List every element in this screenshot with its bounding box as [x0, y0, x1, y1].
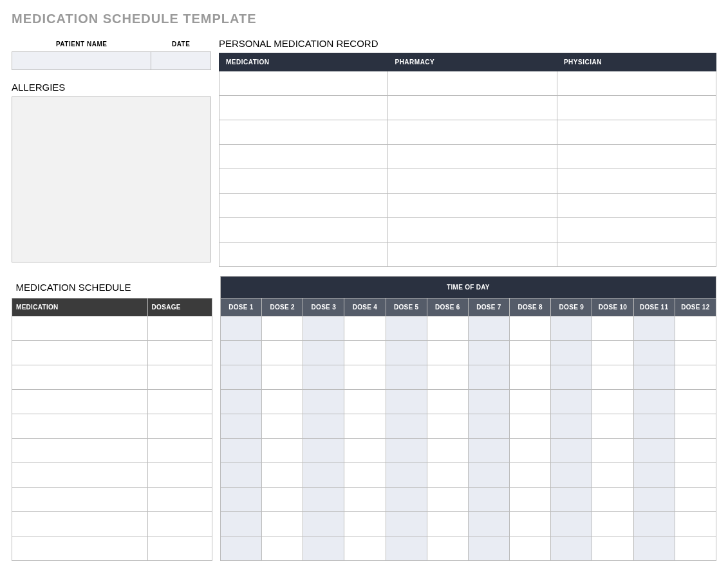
schedule-cell-dose[interactable] [675, 389, 716, 414]
schedule-cell-dose[interactable] [675, 438, 716, 463]
record-cell-medication[interactable] [219, 169, 388, 194]
schedule-cell-dose[interactable] [220, 536, 261, 560]
schedule-cell-dose[interactable] [592, 487, 633, 511]
schedule-cell-dose[interactable] [510, 438, 551, 463]
record-cell-pharmacy[interactable] [388, 218, 557, 243]
schedule-cell-dose[interactable] [510, 389, 551, 414]
schedule-cell-dose[interactable] [303, 389, 344, 414]
schedule-cell-dose[interactable] [262, 463, 303, 487]
schedule-cell-dose[interactable] [592, 365, 633, 389]
schedule-cell-dose[interactable] [262, 438, 303, 463]
record-cell-pharmacy[interactable] [388, 96, 557, 120]
schedule-cell-dose[interactable] [510, 536, 551, 560]
schedule-cell-medication[interactable] [12, 511, 148, 536]
schedule-cell-dose[interactable] [675, 340, 716, 365]
schedule-cell-dosage[interactable] [147, 536, 212, 560]
schedule-cell-dose[interactable] [592, 438, 633, 463]
schedule-cell-dose[interactable] [386, 389, 427, 414]
schedule-cell-dose[interactable] [551, 487, 592, 511]
schedule-cell-dose[interactable] [220, 487, 261, 511]
schedule-cell-dose[interactable] [303, 316, 344, 340]
schedule-cell-dose[interactable] [633, 340, 675, 365]
schedule-cell-dose[interactable] [468, 536, 509, 560]
schedule-cell-dose[interactable] [633, 414, 675, 438]
schedule-cell-dose[interactable] [386, 511, 427, 536]
record-cell-medication[interactable] [219, 120, 388, 145]
schedule-cell-dose[interactable] [633, 487, 675, 511]
schedule-cell-dose[interactable] [262, 340, 303, 365]
schedule-cell-dose[interactable] [551, 438, 592, 463]
schedule-cell-dose[interactable] [551, 316, 592, 340]
record-cell-medication[interactable] [219, 145, 388, 169]
record-cell-medication[interactable] [219, 96, 388, 120]
schedule-cell-dose[interactable] [262, 511, 303, 536]
record-cell-medication[interactable] [219, 194, 388, 218]
schedule-cell-dose[interactable] [468, 487, 509, 511]
schedule-cell-dosage[interactable] [147, 414, 212, 438]
schedule-cell-dose[interactable] [551, 365, 592, 389]
schedule-cell-dose[interactable] [675, 365, 716, 389]
schedule-cell-dose[interactable] [633, 536, 675, 560]
record-cell-pharmacy[interactable] [388, 243, 557, 267]
schedule-cell-dose[interactable] [675, 487, 716, 511]
schedule-cell-dose[interactable] [427, 463, 468, 487]
schedule-cell-dose[interactable] [344, 316, 386, 340]
schedule-cell-medication[interactable] [12, 463, 148, 487]
schedule-cell-dosage[interactable] [147, 316, 212, 340]
schedule-cell-dose[interactable] [633, 463, 675, 487]
schedule-cell-dose[interactable] [510, 511, 551, 536]
allergies-input[interactable] [12, 96, 211, 262]
schedule-cell-dose[interactable] [633, 316, 675, 340]
patient-name-input[interactable] [12, 52, 151, 70]
schedule-cell-dose[interactable] [386, 463, 427, 487]
schedule-cell-dosage[interactable] [147, 438, 212, 463]
record-cell-pharmacy[interactable] [388, 145, 557, 169]
schedule-cell-dose[interactable] [303, 340, 344, 365]
schedule-cell-dose[interactable] [303, 414, 344, 438]
schedule-cell-dose[interactable] [468, 365, 509, 389]
schedule-cell-dose[interactable] [344, 365, 386, 389]
schedule-cell-dose[interactable] [551, 511, 592, 536]
schedule-cell-dose[interactable] [468, 389, 509, 414]
schedule-cell-dose[interactable] [344, 340, 386, 365]
schedule-cell-dose[interactable] [262, 316, 303, 340]
schedule-cell-dose[interactable] [551, 389, 592, 414]
schedule-cell-dose[interactable] [510, 463, 551, 487]
schedule-cell-medication[interactable] [12, 438, 148, 463]
schedule-cell-dose[interactable] [303, 438, 344, 463]
schedule-cell-dose[interactable] [592, 340, 633, 365]
schedule-cell-dose[interactable] [633, 511, 675, 536]
schedule-cell-dose[interactable] [262, 414, 303, 438]
record-cell-pharmacy[interactable] [388, 169, 557, 194]
record-cell-physician[interactable] [557, 96, 716, 120]
schedule-cell-dose[interactable] [510, 487, 551, 511]
schedule-cell-dose[interactable] [427, 536, 468, 560]
schedule-cell-dose[interactable] [220, 365, 261, 389]
schedule-cell-dosage[interactable] [147, 365, 212, 389]
schedule-cell-dose[interactable] [468, 438, 509, 463]
schedule-cell-dose[interactable] [675, 511, 716, 536]
schedule-cell-dose[interactable] [468, 463, 509, 487]
schedule-cell-dose[interactable] [262, 389, 303, 414]
record-cell-medication[interactable] [219, 71, 388, 96]
schedule-cell-dose[interactable] [468, 414, 509, 438]
schedule-cell-dose[interactable] [344, 536, 386, 560]
schedule-cell-dose[interactable] [551, 414, 592, 438]
schedule-cell-dose[interactable] [427, 511, 468, 536]
schedule-cell-dose[interactable] [551, 463, 592, 487]
schedule-cell-dose[interactable] [303, 511, 344, 536]
schedule-cell-dose[interactable] [303, 487, 344, 511]
schedule-cell-dose[interactable] [427, 389, 468, 414]
schedule-cell-dose[interactable] [675, 536, 716, 560]
schedule-cell-dose[interactable] [386, 536, 427, 560]
schedule-cell-dose[interactable] [675, 316, 716, 340]
schedule-cell-dose[interactable] [262, 487, 303, 511]
schedule-cell-dose[interactable] [303, 536, 344, 560]
schedule-cell-dose[interactable] [220, 414, 261, 438]
schedule-cell-dose[interactable] [675, 414, 716, 438]
record-cell-medication[interactable] [219, 243, 388, 267]
schedule-cell-medication[interactable] [12, 536, 148, 560]
record-cell-physician[interactable] [557, 218, 716, 243]
schedule-cell-dose[interactable] [303, 463, 344, 487]
schedule-cell-medication[interactable] [12, 316, 148, 340]
